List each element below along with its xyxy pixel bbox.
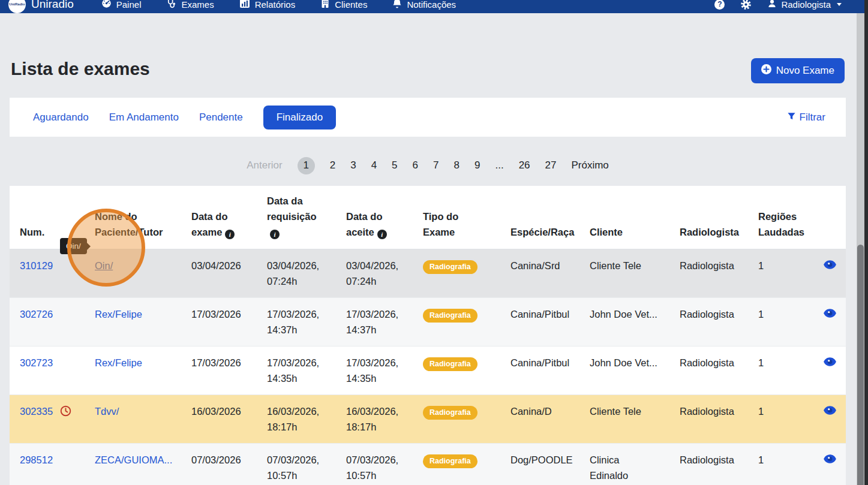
tab-finalizado[interactable]: Finalizado	[263, 106, 337, 129]
table-row: 302726 Rex/Felipe 17/03/2026 17/03/2026,…	[10, 298, 846, 347]
uniradio-logo-icon: UniRadio	[8, 0, 26, 13]
nav-label: Relatórios	[255, 0, 296, 10]
pagination-page-27[interactable]: 27	[545, 159, 557, 171]
exam-type-badge: Radiografia	[423, 406, 477, 420]
patient-name-link[interactable]: ZECA/GUIOMA...	[95, 454, 172, 465]
col-header-paciente: Nome doPaciente/Tutor	[85, 186, 182, 249]
exam-type-badge: Radiografia	[423, 309, 477, 323]
page-title: Lista de exames	[11, 59, 150, 79]
exam-number-link[interactable]: 302723	[20, 357, 53, 368]
col-header-especie-raca: Espécie/Raça	[501, 186, 580, 249]
overdue-clock-icon	[60, 408, 71, 418]
exam-number-link[interactable]: 310129	[20, 260, 53, 271]
pagination-previous[interactable]: Anterior	[247, 159, 283, 171]
bar-chart-icon	[239, 0, 250, 10]
col-header-cliente: Cliente	[580, 186, 670, 249]
nav-item-exames[interactable]: Exames	[166, 0, 214, 10]
col-header-data-exame: Data doexame	[182, 186, 257, 249]
col-header-regioes: RegiõesLaudadas	[749, 186, 812, 249]
filter-label: Filtrar	[800, 112, 825, 123]
pagination-page-6[interactable]: 6	[413, 159, 418, 171]
pagination-page-8[interactable]: 8	[454, 159, 459, 171]
nav-label: Clientes	[335, 0, 367, 10]
gear-icon[interactable]	[740, 0, 752, 10]
eye-icon	[824, 311, 836, 320]
table-row-warning: 302335 Tdvv/ 16/03/2026 16/03/2026,18:17…	[10, 395, 846, 444]
table-row: 302723 Rex/Felipe 17/03/2026 17/03/2026,…	[10, 347, 846, 395]
pagination-page-5[interactable]: 5	[392, 159, 397, 171]
plus-circle-icon	[761, 64, 771, 77]
col-header-radiologista: Radiologista	[670, 186, 749, 249]
view-exam-button[interactable]	[824, 309, 836, 320]
patient-name-link[interactable]: Rex/Felipe	[95, 309, 142, 320]
nav-label: Notificações	[407, 0, 456, 10]
nav-label: Exames	[181, 0, 214, 10]
brand[interactable]: UniRadio Uniradio	[8, 0, 74, 13]
exam-date: 07/03/2026	[191, 454, 241, 465]
col-header-data-aceite: Data doaceite	[337, 186, 413, 249]
chevron-down-icon	[837, 3, 842, 6]
pagination-page-3[interactable]: 3	[350, 159, 356, 171]
user-menu-label: Radiologista	[781, 0, 831, 10]
pagination-page-2[interactable]: 2	[330, 159, 335, 171]
pagination-page-9[interactable]: 9	[474, 159, 480, 171]
patient-name-link[interactable]: Rex/Felipe	[95, 357, 142, 368]
nav-item-painel[interactable]: Painel	[101, 0, 142, 10]
status-tabs-bar: Aguardando Em Andamento Pendente Finaliz…	[10, 98, 846, 137]
exam-date: 03/04/2026	[191, 260, 241, 271]
new-exam-button[interactable]: Novo Exame	[751, 58, 845, 83]
table-row: 298512 ZECA/GUIOMA... 07/03/2026 07/03/2…	[10, 444, 846, 485]
exam-number-link[interactable]: 302335	[20, 406, 53, 417]
exam-number-link[interactable]: 302726	[20, 309, 53, 320]
pagination-page-7[interactable]: 7	[433, 159, 438, 171]
view-exam-button[interactable]	[824, 260, 836, 271]
view-exam-button[interactable]	[824, 454, 836, 465]
exam-number-link[interactable]: 298512	[20, 454, 53, 465]
col-header-tipo-exame: Tipo doExame	[413, 186, 501, 249]
pagination-next[interactable]: Próximo	[571, 159, 608, 171]
tab-aguardando[interactable]: Aguardando	[33, 106, 89, 129]
exam-type-badge: Radiografia	[423, 260, 477, 274]
pagination-ellipsis: ...	[495, 159, 503, 171]
table-row: 310129 Oin/ 03/04/2026 03/04/2026,07:24h…	[10, 249, 846, 298]
nav-item-relatorios[interactable]: Relatórios	[239, 0, 296, 10]
top-navbar: UniRadio Uniradio Painel Exames Relatóri…	[0, 0, 868, 13]
tooltip-text: Oin/	[66, 242, 81, 251]
view-exam-button[interactable]	[824, 406, 836, 417]
nav-item-clientes[interactable]: Clientes	[320, 0, 367, 10]
col-header-actions	[812, 186, 846, 249]
pagination-page-1[interactable]: 1	[298, 157, 315, 174]
help-icon[interactable]	[714, 0, 725, 10]
pagination-page-26[interactable]: 26	[519, 159, 530, 171]
patient-name-link[interactable]: Tdvv/	[95, 406, 119, 417]
exam-table: Num. Nome doPaciente/Tutor Data doexame …	[10, 186, 846, 485]
info-icon[interactable]	[225, 230, 235, 239]
building-icon	[320, 0, 330, 10]
info-icon[interactable]	[270, 230, 280, 239]
window-edge	[864, 0, 868, 485]
exam-date: 16/03/2026	[191, 406, 241, 417]
info-icon[interactable]	[377, 230, 387, 239]
person-icon	[767, 0, 777, 10]
eye-icon	[824, 262, 836, 271]
tab-em-andamento[interactable]: Em Andamento	[109, 106, 179, 129]
bell-icon	[392, 0, 402, 10]
user-menu[interactable]: Radiologista	[767, 0, 842, 10]
tab-pendente[interactable]: Pendente	[199, 106, 243, 129]
exam-type-badge: Radiografia	[423, 454, 477, 468]
view-exam-button[interactable]	[824, 357, 836, 368]
eye-icon	[824, 408, 836, 417]
nav-label: Painel	[116, 0, 142, 10]
pagination: Anterior 1 2 3 4 5 6 7 8 9 ... 26 27 Pró…	[10, 155, 846, 176]
eye-icon	[824, 456, 836, 465]
pagination-page-4[interactable]: 4	[371, 159, 377, 171]
scrollbar-thumb[interactable]	[857, 245, 864, 485]
brand-label: Uniradio	[31, 0, 74, 11]
exam-type-badge: Radiografia	[423, 357, 477, 371]
patient-name-link[interactable]: Oin/	[95, 260, 113, 271]
stethoscope-icon	[166, 0, 176, 10]
nav-item-notificacoes[interactable]: Notificações	[392, 0, 456, 10]
tooltip: Oin/	[60, 238, 87, 254]
new-exam-button-label: Novo Exame	[776, 65, 834, 77]
filter-button[interactable]: Filtrar	[787, 112, 825, 123]
